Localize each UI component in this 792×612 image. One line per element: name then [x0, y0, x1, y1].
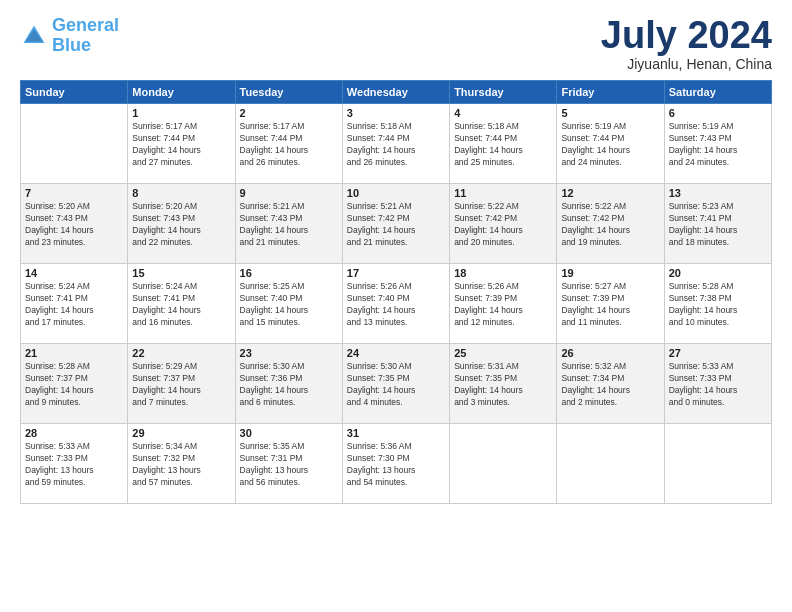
calendar-cell: 21Sunrise: 5:28 AM Sunset: 7:37 PM Dayli…	[21, 344, 128, 424]
calendar-cell: 31Sunrise: 5:36 AM Sunset: 7:30 PM Dayli…	[342, 424, 449, 504]
day-number: 23	[240, 347, 338, 359]
calendar-cell: 18Sunrise: 5:26 AM Sunset: 7:39 PM Dayli…	[450, 264, 557, 344]
calendar-cell: 12Sunrise: 5:22 AM Sunset: 7:42 PM Dayli…	[557, 184, 664, 264]
day-number: 6	[669, 107, 767, 119]
day-number: 5	[561, 107, 659, 119]
cell-info: Sunrise: 5:27 AM Sunset: 7:39 PM Dayligh…	[561, 281, 659, 329]
calendar-week-4: 21Sunrise: 5:28 AM Sunset: 7:37 PM Dayli…	[21, 344, 772, 424]
day-number: 31	[347, 427, 445, 439]
calendar-cell: 20Sunrise: 5:28 AM Sunset: 7:38 PM Dayli…	[664, 264, 771, 344]
calendar-cell: 19Sunrise: 5:27 AM Sunset: 7:39 PM Dayli…	[557, 264, 664, 344]
calendar-cell: 16Sunrise: 5:25 AM Sunset: 7:40 PM Dayli…	[235, 264, 342, 344]
calendar-week-5: 28Sunrise: 5:33 AM Sunset: 7:33 PM Dayli…	[21, 424, 772, 504]
cell-info: Sunrise: 5:33 AM Sunset: 7:33 PM Dayligh…	[669, 361, 767, 409]
cell-info: Sunrise: 5:28 AM Sunset: 7:37 PM Dayligh…	[25, 361, 123, 409]
calendar-header-monday: Monday	[128, 81, 235, 104]
day-number: 14	[25, 267, 123, 279]
cell-info: Sunrise: 5:25 AM Sunset: 7:40 PM Dayligh…	[240, 281, 338, 329]
calendar-cell: 8Sunrise: 5:20 AM Sunset: 7:43 PM Daylig…	[128, 184, 235, 264]
cell-info: Sunrise: 5:20 AM Sunset: 7:43 PM Dayligh…	[25, 201, 123, 249]
logo-text: General Blue	[52, 16, 119, 56]
cell-info: Sunrise: 5:23 AM Sunset: 7:41 PM Dayligh…	[669, 201, 767, 249]
calendar-cell: 9Sunrise: 5:21 AM Sunset: 7:43 PM Daylig…	[235, 184, 342, 264]
calendar-cell: 15Sunrise: 5:24 AM Sunset: 7:41 PM Dayli…	[128, 264, 235, 344]
calendar-cell: 22Sunrise: 5:29 AM Sunset: 7:37 PM Dayli…	[128, 344, 235, 424]
calendar-cell	[557, 424, 664, 504]
day-number: 7	[25, 187, 123, 199]
day-number: 30	[240, 427, 338, 439]
cell-info: Sunrise: 5:26 AM Sunset: 7:39 PM Dayligh…	[454, 281, 552, 329]
cell-info: Sunrise: 5:32 AM Sunset: 7:34 PM Dayligh…	[561, 361, 659, 409]
calendar-header-friday: Friday	[557, 81, 664, 104]
cell-info: Sunrise: 5:34 AM Sunset: 7:32 PM Dayligh…	[132, 441, 230, 489]
cell-info: Sunrise: 5:20 AM Sunset: 7:43 PM Dayligh…	[132, 201, 230, 249]
calendar-cell: 28Sunrise: 5:33 AM Sunset: 7:33 PM Dayli…	[21, 424, 128, 504]
calendar-cell: 27Sunrise: 5:33 AM Sunset: 7:33 PM Dayli…	[664, 344, 771, 424]
day-number: 18	[454, 267, 552, 279]
calendar-cell: 26Sunrise: 5:32 AM Sunset: 7:34 PM Dayli…	[557, 344, 664, 424]
cell-info: Sunrise: 5:26 AM Sunset: 7:40 PM Dayligh…	[347, 281, 445, 329]
cell-info: Sunrise: 5:35 AM Sunset: 7:31 PM Dayligh…	[240, 441, 338, 489]
calendar-cell: 13Sunrise: 5:23 AM Sunset: 7:41 PM Dayli…	[664, 184, 771, 264]
cell-info: Sunrise: 5:17 AM Sunset: 7:44 PM Dayligh…	[132, 121, 230, 169]
title-block: July 2024 Jiyuanlu, Henan, China	[601, 16, 772, 72]
calendar-header-tuesday: Tuesday	[235, 81, 342, 104]
day-number: 10	[347, 187, 445, 199]
cell-info: Sunrise: 5:18 AM Sunset: 7:44 PM Dayligh…	[454, 121, 552, 169]
calendar-cell: 30Sunrise: 5:35 AM Sunset: 7:31 PM Dayli…	[235, 424, 342, 504]
day-number: 3	[347, 107, 445, 119]
day-number: 22	[132, 347, 230, 359]
calendar-cell	[450, 424, 557, 504]
calendar-cell: 6Sunrise: 5:19 AM Sunset: 7:43 PM Daylig…	[664, 104, 771, 184]
cell-info: Sunrise: 5:30 AM Sunset: 7:35 PM Dayligh…	[347, 361, 445, 409]
cell-info: Sunrise: 5:19 AM Sunset: 7:43 PM Dayligh…	[669, 121, 767, 169]
day-number: 8	[132, 187, 230, 199]
calendar-week-3: 14Sunrise: 5:24 AM Sunset: 7:41 PM Dayli…	[21, 264, 772, 344]
day-number: 27	[669, 347, 767, 359]
day-number: 13	[669, 187, 767, 199]
cell-info: Sunrise: 5:21 AM Sunset: 7:42 PM Dayligh…	[347, 201, 445, 249]
logo-icon	[20, 22, 48, 50]
calendar-week-2: 7Sunrise: 5:20 AM Sunset: 7:43 PM Daylig…	[21, 184, 772, 264]
logo-line2: Blue	[52, 35, 91, 55]
calendar-header-sunday: Sunday	[21, 81, 128, 104]
calendar-cell: 7Sunrise: 5:20 AM Sunset: 7:43 PM Daylig…	[21, 184, 128, 264]
cell-info: Sunrise: 5:19 AM Sunset: 7:44 PM Dayligh…	[561, 121, 659, 169]
calendar-cell: 2Sunrise: 5:17 AM Sunset: 7:44 PM Daylig…	[235, 104, 342, 184]
cell-info: Sunrise: 5:24 AM Sunset: 7:41 PM Dayligh…	[132, 281, 230, 329]
calendar-cell: 11Sunrise: 5:22 AM Sunset: 7:42 PM Dayli…	[450, 184, 557, 264]
header: General Blue July 2024 Jiyuanlu, Henan, …	[20, 16, 772, 72]
calendar-cell	[21, 104, 128, 184]
calendar-cell: 17Sunrise: 5:26 AM Sunset: 7:40 PM Dayli…	[342, 264, 449, 344]
day-number: 21	[25, 347, 123, 359]
subtitle: Jiyuanlu, Henan, China	[601, 56, 772, 72]
calendar-header-thursday: Thursday	[450, 81, 557, 104]
cell-info: Sunrise: 5:31 AM Sunset: 7:35 PM Dayligh…	[454, 361, 552, 409]
calendar-cell: 23Sunrise: 5:30 AM Sunset: 7:36 PM Dayli…	[235, 344, 342, 424]
calendar-cell: 10Sunrise: 5:21 AM Sunset: 7:42 PM Dayli…	[342, 184, 449, 264]
calendar-table: SundayMondayTuesdayWednesdayThursdayFrid…	[20, 80, 772, 504]
calendar-cell: 25Sunrise: 5:31 AM Sunset: 7:35 PM Dayli…	[450, 344, 557, 424]
day-number: 17	[347, 267, 445, 279]
day-number: 16	[240, 267, 338, 279]
calendar-header-wednesday: Wednesday	[342, 81, 449, 104]
calendar-cell: 1Sunrise: 5:17 AM Sunset: 7:44 PM Daylig…	[128, 104, 235, 184]
cell-info: Sunrise: 5:29 AM Sunset: 7:37 PM Dayligh…	[132, 361, 230, 409]
calendar-cell: 29Sunrise: 5:34 AM Sunset: 7:32 PM Dayli…	[128, 424, 235, 504]
day-number: 19	[561, 267, 659, 279]
calendar-cell	[664, 424, 771, 504]
calendar-cell: 4Sunrise: 5:18 AM Sunset: 7:44 PM Daylig…	[450, 104, 557, 184]
logo: General Blue	[20, 16, 119, 56]
calendar-header-row: SundayMondayTuesdayWednesdayThursdayFrid…	[21, 81, 772, 104]
cell-info: Sunrise: 5:30 AM Sunset: 7:36 PM Dayligh…	[240, 361, 338, 409]
day-number: 29	[132, 427, 230, 439]
cell-info: Sunrise: 5:33 AM Sunset: 7:33 PM Dayligh…	[25, 441, 123, 489]
cell-info: Sunrise: 5:22 AM Sunset: 7:42 PM Dayligh…	[454, 201, 552, 249]
day-number: 4	[454, 107, 552, 119]
cell-info: Sunrise: 5:22 AM Sunset: 7:42 PM Dayligh…	[561, 201, 659, 249]
cell-info: Sunrise: 5:24 AM Sunset: 7:41 PM Dayligh…	[25, 281, 123, 329]
day-number: 9	[240, 187, 338, 199]
calendar-cell: 5Sunrise: 5:19 AM Sunset: 7:44 PM Daylig…	[557, 104, 664, 184]
calendar-header-saturday: Saturday	[664, 81, 771, 104]
day-number: 20	[669, 267, 767, 279]
